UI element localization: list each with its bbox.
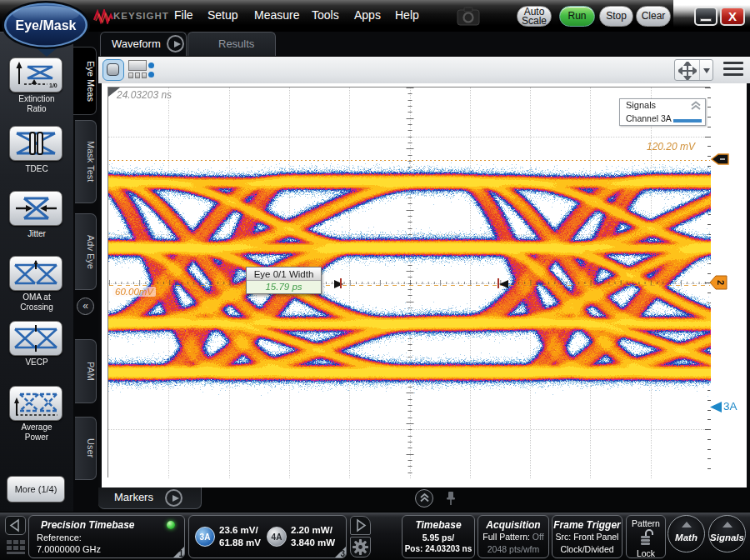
voltage-marker-line[interactable]: [109, 160, 710, 161]
eye-width-right-cursor: [498, 278, 499, 288]
jitter-label: Jitter: [0, 229, 73, 239]
frame-trigger-panel[interactable]: Frame Trigger Src: Front Panel Clock/Div…: [552, 515, 622, 558]
extinction-ratio-button[interactable]: 1/0: [9, 58, 62, 92]
vecp-icon: [13, 325, 58, 352]
lock-icon: [638, 528, 655, 545]
legend-channel-swatch: [673, 119, 702, 122]
menu-setup[interactable]: Setup: [208, 8, 238, 22]
scroll-left-button[interactable]: [5, 516, 26, 535]
minimize-button[interactable]: [694, 7, 718, 26]
eye-width-left-arrow[interactable]: [334, 280, 343, 288]
close-button[interactable]: X: [720, 7, 745, 26]
vtab-adv-eye[interactable]: Adv Eye: [75, 213, 97, 290]
tool-label-line: Jitter: [0, 229, 73, 239]
eye-width-right-arrow[interactable]: [499, 280, 508, 288]
vertical-tab-strip: Eye Meas Mask Test Adv Eye « PAM User: [73, 32, 98, 512]
tool-label-line: Average: [0, 422, 73, 432]
stop-button[interactable]: Stop: [599, 6, 633, 27]
grid-view-cell: [135, 72, 140, 78]
signals-button[interactable]: Signals: [708, 515, 746, 552]
plot-panel: 24.03203 ns 120.20 mV 60.00mV Eye 0/1 Wi…: [102, 83, 747, 488]
timebase-panel[interactable]: Timebase 5.95 ps/ Pos: 24.03203 ns: [402, 515, 475, 558]
eye-width-left-cursor: [340, 278, 342, 288]
tab-results[interactable]: Results: [188, 32, 276, 56]
tool-label-line: OMA at: [0, 292, 73, 302]
menu-bar: KEYSIGHT File Setup Measure Tools Apps H…: [0, 0, 750, 32]
acquisition-panel[interactable]: Acquisition Full Pattern: Off 2048 pts/w…: [478, 515, 549, 558]
voltage-marker-label: 120.20 mV: [647, 141, 695, 152]
tab-waveform[interactable]: Waveform: [100, 32, 187, 56]
drag-dot: [148, 62, 154, 68]
pattern-lock-button[interactable]: Pattern Lock: [626, 515, 666, 558]
oma-label: OMA atCrossing: [0, 292, 73, 312]
move-dropdown-caret[interactable]: [703, 68, 710, 73]
menu-file[interactable]: File: [174, 8, 193, 22]
scroll-right-button[interactable]: [350, 516, 371, 535]
channel-3a-badge[interactable]: 3A: [195, 527, 215, 547]
extinction-icon-text: 1/0: [49, 82, 58, 88]
menu-apps[interactable]: Apps: [354, 8, 381, 22]
tdec-button[interactable]: [9, 126, 62, 161]
app-badge[interactable]: Eye/Mask: [0, 0, 93, 57]
waveform-tab-play-icon[interactable]: [167, 35, 184, 52]
channel-3a-marker[interactable]: 3A: [709, 401, 722, 417]
tooltip-title: Eye 0/1 Width: [247, 268, 321, 281]
vtab-pam[interactable]: PAM: [75, 339, 97, 403]
precision-timebase-panel[interactable]: Precision Timebase Reference: 7.0000000 …: [28, 515, 185, 558]
grid-view-cell: [128, 72, 133, 78]
collapse-sidebar-button[interactable]: «: [77, 298, 94, 315]
menu-measure[interactable]: Measure: [254, 8, 299, 22]
markers-tab-play-icon[interactable]: [165, 489, 182, 507]
waveform-display[interactable]: 24.03203 ns 120.20 mV 60.00mV Eye 0/1 Wi…: [108, 87, 710, 478]
minimize-icon: [700, 18, 712, 22]
extinction-ratio-icon: 1/0: [14, 61, 58, 89]
tool-label-line: Crossing: [0, 302, 73, 312]
measurement-tooltip: Eye 0/1 Width 15.79 ps: [246, 267, 322, 294]
hamburger-bar: [723, 68, 743, 70]
channel-4a-badge[interactable]: 4A: [267, 527, 287, 547]
hamburger-menu-icon[interactable]: [723, 62, 743, 78]
plot-toolbar: [98, 56, 750, 83]
tool-label-line: TDEC: [0, 164, 73, 174]
measurement-marker-line[interactable]: [109, 285, 710, 286]
markers-tab[interactable]: Markers: [98, 488, 202, 509]
more-button[interactable]: More (1/4): [7, 476, 65, 502]
grid-view-icon: [128, 60, 147, 71]
settings-button[interactable]: [350, 537, 371, 558]
clear-button[interactable]: Clear: [636, 6, 671, 27]
grid-view-button[interactable]: [128, 60, 148, 80]
run-button[interactable]: Run: [559, 6, 595, 27]
tooltip-value: 15.79 ps: [247, 281, 321, 293]
app-badge-label: Eye/Mask: [16, 18, 77, 32]
legend-collapse-icon[interactable]: [690, 101, 702, 111]
single-view-icon: [107, 63, 119, 76]
delta-marker-label: 60.00mV: [112, 287, 156, 297]
keypad-icon[interactable]: [6, 538, 26, 556]
markers-bar: Markers: [98, 488, 750, 512]
move-tool-button[interactable]: [674, 59, 713, 81]
oma-button[interactable]: [9, 256, 62, 291]
button-divider: [699, 60, 700, 80]
signals-button-arrow: [722, 522, 732, 528]
average-power-button[interactable]: [9, 386, 62, 421]
jitter-button[interactable]: [9, 191, 62, 226]
pin-icon[interactable]: [445, 490, 457, 507]
oma-icon: [13, 260, 58, 287]
precision-timebase-led: [167, 521, 175, 529]
camera-icon[interactable]: [457, 6, 480, 26]
single-view-button[interactable]: [102, 59, 124, 81]
vecp-button[interactable]: [9, 321, 62, 356]
expand-panel-button[interactable]: [415, 489, 433, 508]
channels-panel[interactable]: 3A 23.6 mV/ 61.88 mV 4A 2.20 mW/ 3.840 m…: [188, 515, 347, 558]
menu-tools[interactable]: Tools: [312, 8, 339, 22]
marker-2-tag[interactable]: 2: [709, 274, 728, 291]
vtab-mask-test[interactable]: Mask Test: [75, 120, 97, 203]
marker-1-arrow[interactable]: [711, 153, 729, 165]
menu-help[interactable]: Help: [395, 8, 419, 22]
vtab-eye-meas[interactable]: Eye Meas: [73, 47, 97, 115]
vtab-user[interactable]: User: [75, 417, 97, 480]
signals-legend[interactable]: Signals Channel 3A: [619, 98, 706, 126]
math-button[interactable]: Math: [668, 515, 705, 552]
auto-scale-button[interactable]: Auto Scale: [517, 6, 552, 27]
main-area: Waveform Results: [98, 32, 750, 512]
